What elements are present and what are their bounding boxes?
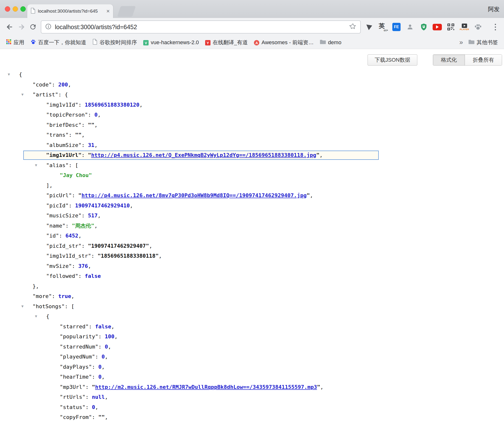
json-key: "more" (33, 293, 52, 299)
qr-code-icon[interactable] (445, 21, 456, 33)
baidu-icon (31, 39, 36, 46)
json-line: "followed": false (0, 271, 504, 281)
json-value: 18569651883380120 (85, 102, 139, 108)
json-quote: " (88, 152, 91, 158)
json-comma: , (94, 142, 98, 148)
json-comma: , (105, 414, 108, 420)
bookmark-label: demo (328, 39, 341, 46)
collapse-toggle-icon[interactable]: ▼ (21, 90, 24, 100)
json-line: ▼"hotSongs": [ (0, 301, 504, 312)
json-comma: , (319, 152, 323, 158)
bookmark-youdao[interactable]: Y在线翻译_有道 (202, 38, 250, 47)
bookmark-page[interactable]: 谷歌按时间排序 (90, 38, 140, 47)
bookmark-awesomes[interactable]: AAwesomes - 前端资… (251, 38, 316, 47)
bookmarks-right: » 其他书签 (456, 38, 501, 47)
json-comma: , (94, 223, 97, 229)
collapse-all-button[interactable]: 折叠所有 (465, 55, 502, 65)
json-quote: " (307, 192, 310, 198)
json-value: 0 (94, 112, 98, 118)
download-json-button[interactable]: 下载JSON数据 (368, 54, 417, 66)
chrome-menu-icon[interactable] (490, 21, 500, 33)
bookmark-apps[interactable]: 应用 (3, 38, 27, 47)
tab-close-icon[interactable]: × (106, 8, 110, 14)
json-key: "trans" (46, 132, 69, 138)
paw-icon[interactable] (472, 21, 484, 33)
json-colon: : (69, 162, 75, 168)
json-colon: : (82, 122, 88, 128)
vim-flag-icon[interactable] (364, 21, 375, 33)
collapse-toggle-icon[interactable]: ▼ (35, 160, 37, 170)
json-line: "mvSize": 376, (0, 261, 504, 271)
json-bracket: { (65, 92, 68, 98)
json-quote: " (78, 192, 81, 198)
json-line: "hearTime": 0, (0, 372, 504, 382)
json-quote: " (317, 384, 320, 390)
reload-button[interactable] (27, 21, 39, 33)
json-value: 376 (78, 263, 88, 269)
browser-tab[interactable]: localhost:3000/artists?id=645 × (27, 4, 113, 18)
browser-window: localhost:3000/artists?id=645 × 阿发 local… (0, 0, 504, 426)
bookmark-other-bookmarks[interactable]: 其他书签 (466, 38, 501, 47)
collapse-toggle-icon[interactable]: ▼ (35, 311, 37, 322)
bookmark-baidu[interactable]: 百度一下，你就知道 (28, 38, 89, 47)
fullscreen-window-button[interactable] (20, 6, 26, 12)
tab-title: localhost:3000/artists?id=645 (38, 9, 104, 14)
json-value: "Jay Chou" (60, 172, 92, 178)
json-url-link[interactable]: http://p4.music.126.net/8mv7qP30Pd3oHW8b… (82, 192, 307, 198)
json-line: "starredNum": 0, (0, 342, 504, 352)
address-bar[interactable]: localhost:3000/artists?id=6452 (41, 20, 361, 34)
format-button[interactable]: 格式化 (433, 55, 465, 65)
json-colon: : (92, 414, 98, 420)
collapse-toggle-icon[interactable]: ▼ (21, 301, 24, 312)
json-comma: , (159, 253, 162, 259)
json-colon: : (91, 253, 98, 259)
youtube-icon[interactable] (432, 21, 443, 33)
json-colon: : (85, 404, 92, 410)
collapse-toggle-icon[interactable]: ▼ (8, 69, 10, 80)
bookmark-label: vue-hackernews-2.0 (151, 39, 199, 46)
profile-icon[interactable] (404, 21, 416, 33)
json-line: "rtUrls": null, (0, 392, 504, 402)
new-tab-button[interactable] (117, 6, 136, 17)
json-comma: , (98, 213, 101, 219)
page-info-icon[interactable] (45, 23, 51, 31)
json-bracket: [ (71, 303, 74, 309)
fe-icon[interactable]: FE (391, 21, 402, 33)
json-quote: " (92, 384, 95, 390)
translate-icon[interactable]: 英en• (377, 21, 388, 33)
json-key: "dayPlays" (60, 364, 92, 370)
json-url-link[interactable]: http://p4.music.126.net/Q_ExePNkmqB2yWyL… (91, 152, 316, 158)
json-url-link[interactable]: http://m2.music.126.net/RMJR7wDullRqppBk… (95, 384, 317, 390)
json-line: "Jay Chou" (0, 170, 504, 180)
json-value: 200 (58, 82, 68, 88)
browser-toolbar: localhost:3000/artists?id=6452 英en•FEPLA… (0, 18, 504, 36)
bookmark-star-icon[interactable] (349, 23, 356, 31)
json-line: "img1v1Id_str": "18569651883380118", (0, 251, 504, 261)
back-button[interactable] (4, 21, 16, 33)
json-colon: : (82, 243, 88, 249)
bookmark-folder[interactable]: demo (317, 38, 344, 47)
json-colon: : (65, 303, 71, 309)
json-colon: : (59, 233, 66, 239)
shield-icon[interactable] (418, 21, 429, 33)
json-key: "briefDesc" (46, 122, 82, 128)
json-comma: , (88, 263, 91, 269)
json-comma: , (310, 192, 313, 198)
minimize-window-button[interactable] (13, 6, 18, 12)
close-window-button[interactable] (5, 6, 10, 12)
page-icon (92, 39, 97, 46)
json-colon: : (58, 92, 65, 98)
youdao-icon: Y (205, 39, 210, 46)
bookmark-vue[interactable]: Vvue-hackernews-2.0 (141, 38, 202, 47)
json-value: 0 (98, 374, 101, 380)
json-key: "picId_str" (46, 243, 82, 249)
json-key: "id" (46, 233, 59, 239)
bookmarks-overflow-icon[interactable]: » (456, 39, 466, 46)
json-line: ▼"artist": { (0, 90, 504, 100)
json-key: "albumSize" (46, 142, 82, 148)
player-icon[interactable]: PLAYER (459, 21, 470, 33)
json-colon: : (88, 112, 94, 118)
json-key: "code" (33, 82, 52, 88)
json-toolbar: 下载JSON数据 格式化 折叠所有 (368, 54, 502, 66)
forward-button[interactable] (16, 21, 27, 33)
